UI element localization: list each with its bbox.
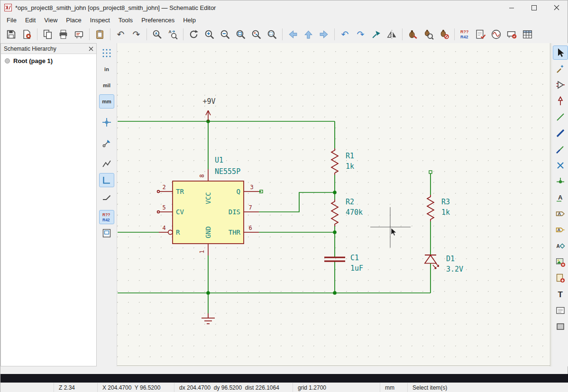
crosshair-toggle-button[interactable] <box>99 115 114 129</box>
diode-triangle[interactable] <box>425 255 436 264</box>
menu-tools[interactable]: Tools <box>114 16 137 25</box>
schematic-drawing[interactable]: +9V U1 NE555P TR CV R <box>117 43 551 366</box>
junction-tool-button[interactable] <box>553 174 568 189</box>
u1-reference[interactable]: U1 <box>215 156 223 164</box>
menu-file[interactable]: File <box>2 16 21 25</box>
nav-forward-button[interactable] <box>316 27 332 41</box>
annotate-button[interactable]: R??R42 <box>457 27 473 41</box>
page-copy-button[interactable] <box>40 27 55 41</box>
netclass-directive-tool-button[interactable]: A <box>553 239 568 253</box>
rectangle-tool-button[interactable] <box>553 319 568 334</box>
zoom-fit-button[interactable] <box>233 27 248 41</box>
minimize-button[interactable] <box>501 0 523 15</box>
zoom-selection-button[interactable] <box>264 27 280 41</box>
find-button[interactable]: A <box>149 27 165 41</box>
zoom-in-button[interactable] <box>202 27 217 41</box>
rotate-ccw-button[interactable]: ↶ <box>337 27 353 41</box>
d1-reference[interactable]: D1 <box>446 255 455 263</box>
resistor-zigzag[interactable] <box>331 148 338 175</box>
hidden-pins-toggle-button[interactable] <box>99 136 114 150</box>
menu-preferences[interactable]: Preferences <box>137 16 179 25</box>
component-r2[interactable]: R2 470k <box>331 198 363 226</box>
c1-value[interactable]: 1uF <box>350 264 363 273</box>
symbol-fields-table-button[interactable] <box>520 27 535 41</box>
r1-reference[interactable]: R1 <box>346 152 354 160</box>
draw-wire-tool-button[interactable] <box>553 110 568 124</box>
junction-dot[interactable] <box>206 291 210 295</box>
erc-exclusions-button[interactable] <box>436 27 452 41</box>
find-replace-button[interactable]: A <box>165 27 181 41</box>
wires[interactable] <box>118 121 432 313</box>
nav-back-button[interactable] <box>285 27 301 41</box>
sheet-settings-button[interactable] <box>19 27 35 41</box>
global-label-tool-button[interactable]: A <box>553 207 568 221</box>
highlight-net-tool-button[interactable] <box>553 62 568 76</box>
junction-dot[interactable] <box>333 291 337 295</box>
component-c1[interactable]: C1 1uF <box>324 254 363 273</box>
r2-value[interactable]: 470k <box>346 208 363 217</box>
menu-edit[interactable]: Edit <box>21 16 40 25</box>
maximize-button[interactable] <box>523 0 545 15</box>
select-tool-button[interactable] <box>553 46 568 60</box>
close-button[interactable] <box>545 0 568 15</box>
undo-button[interactable]: ↶ <box>113 27 128 41</box>
annotation-visibility-button[interactable]: R??R42 <box>99 210 114 224</box>
textbox-tool-button[interactable] <box>553 303 568 318</box>
menu-inspect[interactable]: Inspect <box>86 16 114 25</box>
resistor-zigzag[interactable] <box>427 195 434 221</box>
menu-help[interactable]: Help <box>179 16 200 25</box>
junction-dot[interactable] <box>333 191 337 194</box>
place-image-tool-button[interactable] <box>553 255 568 269</box>
no-connect-tool-button[interactable] <box>553 158 568 173</box>
erc-search-button[interactable] <box>421 27 436 41</box>
panel-close-icon[interactable] <box>89 46 93 51</box>
unit-mil-button[interactable]: mil <box>99 78 114 92</box>
zoom-objects-button[interactable] <box>248 27 264 41</box>
redo-button[interactable]: ↷ <box>128 27 144 41</box>
r1-value[interactable]: 1k <box>346 162 354 171</box>
net-label-tool-button[interactable]: A <box>553 191 568 205</box>
component-r3[interactable]: R3 1k <box>427 195 450 221</box>
unit-inch-button[interactable]: in <box>99 62 114 76</box>
u1-value[interactable]: NE555P <box>215 167 240 176</box>
sheet-background-toggle-button[interactable] <box>99 226 114 240</box>
gnd-symbol[interactable] <box>202 313 215 324</box>
plot-schematic-button[interactable] <box>504 27 520 41</box>
component-r1[interactable]: R1 1k <box>331 148 354 175</box>
place-symbol-tool-button[interactable] <box>553 78 568 92</box>
hierarchical-label-tool-button[interactable]: A <box>553 223 568 237</box>
r3-reference[interactable]: R3 <box>441 198 450 206</box>
power-label[interactable]: +9V <box>202 97 215 106</box>
unit-mm-button[interactable]: mm <box>99 94 114 109</box>
zoom-out-button[interactable] <box>217 27 233 41</box>
refresh-button[interactable] <box>186 27 202 41</box>
edit-symbol-fields-button[interactable] <box>473 27 488 41</box>
hierarchy-root-item[interactable]: Root (page 1) <box>1 54 96 68</box>
unconnected-end-r3[interactable] <box>429 171 432 173</box>
leader-button[interactable] <box>368 27 384 41</box>
component-u1[interactable]: U1 NE555P TR CV R Q DIS THR VCC GND 2 5 … <box>157 156 259 255</box>
menu-view[interactable]: View <box>40 16 62 25</box>
wire-dis[interactable] <box>259 192 335 212</box>
nav-up-button[interactable] <box>301 27 316 41</box>
schematic-canvas[interactable]: +9V U1 NE555P TR CV R <box>117 43 551 366</box>
45deg-lines-mode-button[interactable] <box>99 189 114 203</box>
place-sheet-tool-button[interactable] <box>553 271 568 285</box>
r2-reference[interactable]: R2 <box>346 198 354 206</box>
paste-button[interactable] <box>92 27 108 41</box>
erc-run-button[interactable] <box>405 27 421 41</box>
text-tool-button[interactable]: T <box>553 287 568 301</box>
bus-entry-tool-button[interactable] <box>553 142 568 156</box>
simulator-button[interactable] <box>488 27 504 41</box>
save-button[interactable] <box>3 27 19 41</box>
free-angle-mode-button[interactable] <box>99 157 114 171</box>
r3-value[interactable]: 1k <box>441 208 450 217</box>
rotate-cw-button[interactable]: ↷ <box>353 27 368 41</box>
resistor-zigzag[interactable] <box>331 200 338 226</box>
plot-button[interactable] <box>71 27 87 41</box>
print-button[interactable] <box>55 27 71 41</box>
hv-lines-mode-button[interactable] <box>99 173 114 187</box>
c1-reference[interactable]: C1 <box>350 254 359 262</box>
draw-bus-tool-button[interactable] <box>553 126 568 140</box>
capacitor-plates[interactable] <box>324 257 345 261</box>
